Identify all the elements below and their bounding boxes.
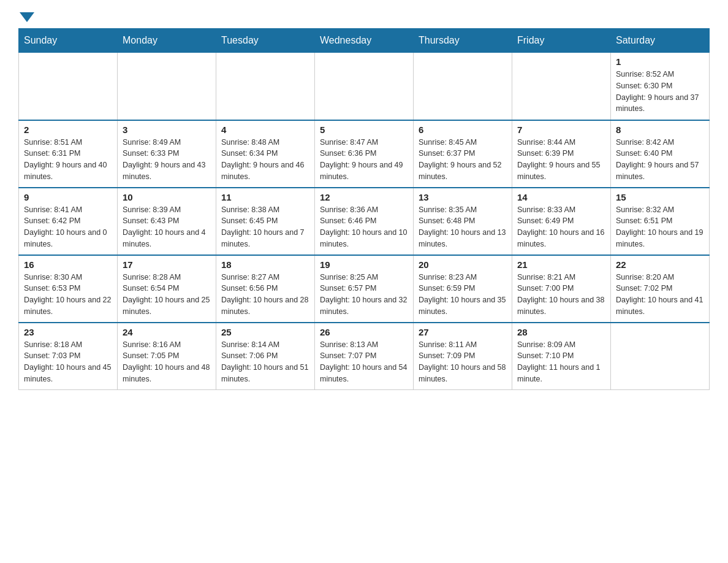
- calendar-week-row: 16Sunrise: 8:30 AMSunset: 6:53 PMDayligh…: [19, 255, 710, 323]
- logo-arrow-icon: [20, 12, 34, 22]
- calendar-cell: 5Sunrise: 8:47 AMSunset: 6:36 PMDaylight…: [315, 120, 414, 188]
- calendar-cell: 25Sunrise: 8:14 AMSunset: 7:06 PMDayligh…: [216, 323, 315, 390]
- calendar-cell: 13Sunrise: 8:35 AMSunset: 6:48 PMDayligh…: [414, 188, 512, 255]
- day-number: 6: [419, 124, 507, 135]
- day-info: Sunrise: 8:35 AMSunset: 6:48 PMDaylight:…: [419, 204, 507, 250]
- calendar-cell: 28Sunrise: 8:09 AMSunset: 7:10 PMDayligh…: [512, 323, 611, 390]
- day-number: 18: [221, 259, 309, 270]
- day-number: 27: [419, 327, 507, 337]
- day-info: Sunrise: 8:42 AMSunset: 6:40 PMDaylight:…: [616, 137, 704, 183]
- day-info: Sunrise: 8:32 AMSunset: 6:51 PMDaylight:…: [616, 204, 704, 250]
- calendar-cell: [611, 323, 710, 390]
- day-number: 22: [616, 259, 704, 270]
- day-number: 19: [320, 259, 408, 270]
- day-number: 24: [123, 327, 211, 337]
- calendar-week-row: 2Sunrise: 8:51 AMSunset: 6:31 PMDaylight…: [19, 120, 710, 188]
- day-number: 21: [517, 259, 605, 270]
- day-number: 16: [24, 259, 112, 270]
- weekday-header-thursday: Thursday: [414, 29, 512, 53]
- day-number: 13: [419, 192, 507, 202]
- calendar-cell: 18Sunrise: 8:27 AMSunset: 6:56 PMDayligh…: [216, 255, 315, 323]
- calendar-cell: 16Sunrise: 8:30 AMSunset: 6:53 PMDayligh…: [19, 255, 118, 323]
- calendar-cell: [216, 53, 315, 120]
- day-info: Sunrise: 8:23 AMSunset: 6:59 PMDaylight:…: [419, 272, 507, 318]
- calendar-cell: [118, 53, 216, 120]
- calendar-cell: 22Sunrise: 8:20 AMSunset: 7:02 PMDayligh…: [611, 255, 710, 323]
- calendar-cell: 3Sunrise: 8:49 AMSunset: 6:33 PMDaylight…: [118, 120, 216, 188]
- day-info: Sunrise: 8:16 AMSunset: 7:05 PMDaylight:…: [123, 339, 211, 385]
- day-info: Sunrise: 8:20 AMSunset: 7:02 PMDaylight:…: [616, 272, 704, 318]
- day-number: 28: [517, 327, 605, 337]
- day-info: Sunrise: 8:33 AMSunset: 6:49 PMDaylight:…: [517, 204, 605, 250]
- calendar-week-row: 1Sunrise: 8:52 AMSunset: 6:30 PMDaylight…: [19, 53, 710, 120]
- calendar-cell: 10Sunrise: 8:39 AMSunset: 6:43 PMDayligh…: [118, 188, 216, 255]
- day-number: 9: [24, 192, 112, 202]
- weekday-header-monday: Monday: [118, 29, 216, 53]
- day-info: Sunrise: 8:18 AMSunset: 7:03 PMDaylight:…: [24, 339, 112, 385]
- day-number: 8: [616, 124, 704, 135]
- day-info: Sunrise: 8:48 AMSunset: 6:34 PMDaylight:…: [221, 137, 309, 183]
- calendar-cell: 21Sunrise: 8:21 AMSunset: 7:00 PMDayligh…: [512, 255, 611, 323]
- day-info: Sunrise: 8:30 AMSunset: 6:53 PMDaylight:…: [24, 272, 112, 318]
- weekday-header-sunday: Sunday: [19, 29, 118, 53]
- calendar-cell: [315, 53, 414, 120]
- day-number: 14: [517, 192, 605, 202]
- day-info: Sunrise: 8:28 AMSunset: 6:54 PMDaylight:…: [123, 272, 211, 318]
- weekday-header-tuesday: Tuesday: [216, 29, 315, 53]
- calendar-header-row: SundayMondayTuesdayWednesdayThursdayFrid…: [19, 29, 710, 53]
- day-number: 23: [24, 327, 112, 337]
- day-info: Sunrise: 8:47 AMSunset: 6:36 PMDaylight:…: [320, 137, 408, 183]
- calendar-cell: 12Sunrise: 8:36 AMSunset: 6:46 PMDayligh…: [315, 188, 414, 255]
- day-info: Sunrise: 8:09 AMSunset: 7:10 PMDaylight:…: [517, 339, 605, 385]
- calendar-cell: 9Sunrise: 8:41 AMSunset: 6:42 PMDaylight…: [19, 188, 118, 255]
- day-info: Sunrise: 8:49 AMSunset: 6:33 PMDaylight:…: [123, 137, 211, 183]
- calendar-cell: [414, 53, 512, 120]
- day-number: 5: [320, 124, 408, 135]
- day-number: 3: [123, 124, 211, 135]
- day-info: Sunrise: 8:41 AMSunset: 6:42 PMDaylight:…: [24, 204, 112, 250]
- day-info: Sunrise: 8:45 AMSunset: 6:37 PMDaylight:…: [419, 137, 507, 183]
- calendar-cell: 15Sunrise: 8:32 AMSunset: 6:51 PMDayligh…: [611, 188, 710, 255]
- day-info: Sunrise: 8:14 AMSunset: 7:06 PMDaylight:…: [221, 339, 309, 385]
- calendar-cell: 1Sunrise: 8:52 AMSunset: 6:30 PMDaylight…: [611, 53, 710, 120]
- calendar-cell: 26Sunrise: 8:13 AMSunset: 7:07 PMDayligh…: [315, 323, 414, 390]
- weekday-header-friday: Friday: [512, 29, 611, 53]
- day-info: Sunrise: 8:52 AMSunset: 6:30 PMDaylight:…: [616, 69, 704, 115]
- day-number: 7: [517, 124, 605, 135]
- day-number: 11: [221, 192, 309, 202]
- day-number: 4: [221, 124, 309, 135]
- day-info: Sunrise: 8:25 AMSunset: 6:57 PMDaylight:…: [320, 272, 408, 318]
- day-number: 26: [320, 327, 408, 337]
- calendar-table: SundayMondayTuesdayWednesdayThursdayFrid…: [18, 28, 710, 390]
- day-info: Sunrise: 8:51 AMSunset: 6:31 PMDaylight:…: [24, 137, 112, 183]
- weekday-header-wednesday: Wednesday: [315, 29, 414, 53]
- weekday-header-saturday: Saturday: [611, 29, 710, 53]
- calendar-cell: 14Sunrise: 8:33 AMSunset: 6:49 PMDayligh…: [512, 188, 611, 255]
- day-info: Sunrise: 8:27 AMSunset: 6:56 PMDaylight:…: [221, 272, 309, 318]
- calendar-cell: 8Sunrise: 8:42 AMSunset: 6:40 PMDaylight…: [611, 120, 710, 188]
- logo: [18, 12, 36, 22]
- calendar-cell: 17Sunrise: 8:28 AMSunset: 6:54 PMDayligh…: [118, 255, 216, 323]
- day-number: 15: [616, 192, 704, 202]
- calendar-cell: 6Sunrise: 8:45 AMSunset: 6:37 PMDaylight…: [414, 120, 512, 188]
- calendar-week-row: 9Sunrise: 8:41 AMSunset: 6:42 PMDaylight…: [19, 188, 710, 255]
- day-number: 25: [221, 327, 309, 337]
- day-info: Sunrise: 8:38 AMSunset: 6:45 PMDaylight:…: [221, 204, 309, 250]
- calendar-week-row: 23Sunrise: 8:18 AMSunset: 7:03 PMDayligh…: [19, 323, 710, 390]
- calendar-cell: 27Sunrise: 8:11 AMSunset: 7:09 PMDayligh…: [414, 323, 512, 390]
- day-number: 10: [123, 192, 211, 202]
- calendar-cell: 4Sunrise: 8:48 AMSunset: 6:34 PMDaylight…: [216, 120, 315, 188]
- calendar-cell: 20Sunrise: 8:23 AMSunset: 6:59 PMDayligh…: [414, 255, 512, 323]
- day-info: Sunrise: 8:44 AMSunset: 6:39 PMDaylight:…: [517, 137, 605, 183]
- calendar-cell: 23Sunrise: 8:18 AMSunset: 7:03 PMDayligh…: [19, 323, 118, 390]
- day-info: Sunrise: 8:11 AMSunset: 7:09 PMDaylight:…: [419, 339, 507, 385]
- calendar-cell: [512, 53, 611, 120]
- day-number: 12: [320, 192, 408, 202]
- calendar-cell: 19Sunrise: 8:25 AMSunset: 6:57 PMDayligh…: [315, 255, 414, 323]
- day-number: 17: [123, 259, 211, 270]
- calendar-cell: 11Sunrise: 8:38 AMSunset: 6:45 PMDayligh…: [216, 188, 315, 255]
- day-number: 1: [616, 56, 704, 67]
- calendar-cell: 7Sunrise: 8:44 AMSunset: 6:39 PMDaylight…: [512, 120, 611, 188]
- day-info: Sunrise: 8:21 AMSunset: 7:00 PMDaylight:…: [517, 272, 605, 318]
- calendar-cell: 24Sunrise: 8:16 AMSunset: 7:05 PMDayligh…: [118, 323, 216, 390]
